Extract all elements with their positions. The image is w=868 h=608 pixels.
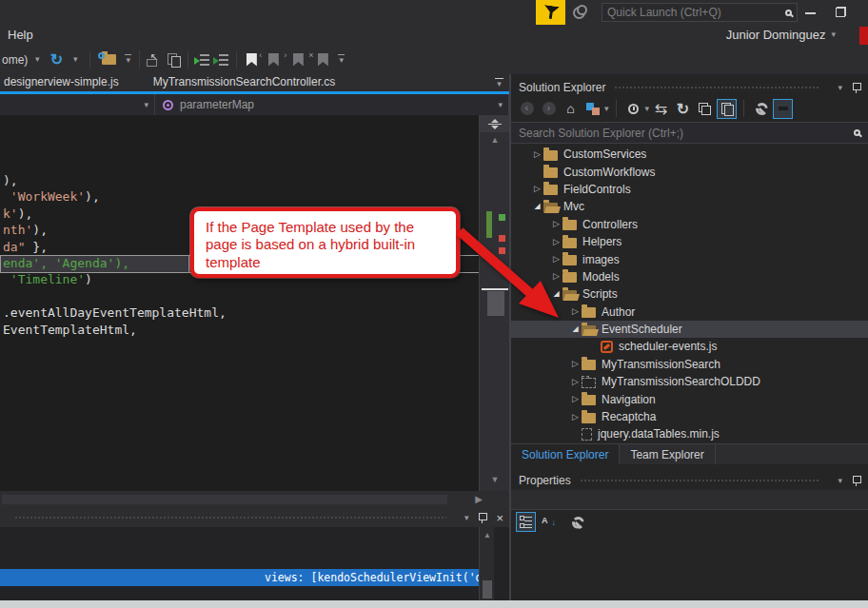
tree-item-images[interactable]: ▷images — [511, 250, 868, 267]
alphabetical-sort-icon[interactable] — [539, 512, 559, 532]
restore-button[interactable] — [836, 7, 846, 17]
tree-item-eventscheduler[interactable]: ◢EventScheduler — [511, 321, 868, 338]
feedback-icon[interactable] — [573, 5, 587, 17]
collapse-arrow-icon[interactable]: ◢ — [569, 325, 582, 333]
member-dropdown[interactable]: parameterMap ▾ — [155, 94, 509, 115]
menu-help[interactable]: Help — [0, 28, 41, 42]
tree-item-scripts[interactable]: ◢Scripts — [511, 285, 868, 303]
type-dropdown[interactable]: ▾ — [0, 94, 155, 115]
bookmark-next-icon[interactable]: › — [288, 49, 307, 71]
expand-arrow-icon[interactable]: ▷ — [531, 150, 543, 159]
tree-item-jquery-datatables-min-js[interactable]: jquery.dataTables.min.js — [511, 425, 868, 442]
tab-solution-explorer[interactable]: Solution Explorer — [511, 444, 620, 464]
window-position-chevron[interactable]: ▾ — [838, 84, 842, 92]
code-line[interactable]: ), — [0, 172, 479, 188]
refresh-icon[interactable]: ↻ — [47, 49, 66, 71]
split-editor-handle[interactable] — [480, 115, 510, 132]
code-line[interactable] — [0, 288, 479, 304]
chevron-down-icon[interactable]: ▾ — [66, 49, 85, 71]
expand-arrow-icon[interactable]: ▷ — [550, 255, 562, 264]
outdent-icon[interactable] — [193, 49, 212, 71]
chevron-down-icon[interactable]: ▾ — [28, 49, 47, 71]
expand-arrow-icon[interactable]: ▷ — [569, 395, 582, 403]
scroll-down-icon[interactable]: ▼ — [480, 475, 510, 484]
solution-search-input[interactable] — [519, 127, 854, 140]
code-line[interactable]: .eventAllDayEventTemplateHtml, — [0, 304, 479, 321]
properties-wrench-icon[interactable] — [751, 99, 771, 119]
result-line-selected[interactable]: ler\scheduler-events.js(97): views: [ken… — [0, 569, 479, 586]
tree-item-mytransmissionsearcholddd[interactable]: ▷MyTransmissionSearchOLDDD — [511, 373, 868, 390]
quick-launch-input[interactable] — [607, 6, 785, 19]
pending-changes-filter-icon[interactable] — [623, 99, 643, 119]
collapse-all-icon[interactable] — [695, 99, 715, 119]
tree-item-recaptcha[interactable]: ▷Recaptcha — [511, 408, 868, 425]
tree-item-models[interactable]: ▷Models — [511, 268, 868, 285]
collapse-arrow-icon[interactable]: ◢ — [550, 290, 562, 298]
browser-select-dropdown[interactable]: ome) — [2, 49, 28, 71]
tab-mytransmissionsearchcontroller[interactable]: MyTransmissionSearchController.cs — [149, 73, 347, 91]
tab-team-explorer[interactable]: Team Explorer — [620, 444, 715, 464]
code-line[interactable]: EventTemplateHtml, — [0, 322, 479, 338]
expand-arrow-icon[interactable]: ▷ — [569, 307, 582, 316]
panel-scrollbar[interactable]: ▲ — [479, 527, 494, 600]
tree-item-controllers[interactable]: ▷Controllers — [511, 216, 868, 233]
forward-icon[interactable]: › — [539, 99, 559, 119]
categorized-icon[interactable] — [516, 512, 536, 532]
tree-item-scheduler-events-js[interactable]: scheduler-events.js — [511, 338, 868, 355]
expand-arrow-icon[interactable]: ▷ — [569, 413, 582, 422]
window-position-chevron[interactable]: ▾ — [838, 477, 842, 485]
user-account[interactable]: Junior Dominguez ▾ — [726, 28, 836, 42]
editor-vertical-scrollbar[interactable]: ▲ ▼ — [479, 115, 509, 491]
preview-selected-items-icon[interactable] — [717, 99, 737, 119]
copy-icon[interactable] — [164, 49, 183, 71]
toolbar-options-chevron[interactable]: ▾ — [125, 54, 131, 65]
tree-item-mytransmissionsearch[interactable]: ▷MyTransmissionSearch — [511, 356, 868, 373]
scrollbar-thumb[interactable] — [2, 495, 447, 504]
tree-item-customservices[interactable]: ▷CustomServices — [511, 146, 868, 163]
scrollbar-thumb[interactable] — [487, 291, 504, 316]
find-in-files-icon[interactable] — [99, 49, 118, 71]
scrollbar-thumb[interactable] — [483, 580, 492, 598]
tab-list-chevron[interactable]: ▾ — [495, 78, 503, 88]
bookmark-toggle-icon[interactable] — [242, 49, 261, 71]
close-icon[interactable]: × — [496, 512, 503, 524]
scroll-right-icon[interactable]: ▶ — [475, 494, 483, 504]
bookmark-clear-icon[interactable]: × — [313, 49, 332, 71]
back-icon[interactable]: ‹ — [517, 99, 537, 119]
expand-arrow-icon[interactable]: ▷ — [550, 272, 562, 281]
expand-arrow-icon[interactable]: ▷ — [531, 185, 543, 193]
pin-icon[interactable] — [852, 475, 860, 487]
code-editor[interactable]: ), 'WorkWeek'),k'),nth'),da" },enda', 'A… — [0, 115, 479, 491]
home-icon[interactable]: ⌂ — [561, 99, 581, 119]
tree-item-mvc[interactable]: ◢Mvc — [511, 198, 868, 215]
minimize-button[interactable] — [805, 12, 816, 14]
tree-item-navigation[interactable]: ▷Navigation — [511, 390, 868, 407]
show-all-files-icon[interactable] — [773, 99, 793, 119]
bookmark-prev-icon[interactable]: ‹ — [264, 49, 283, 71]
switch-views-icon[interactable] — [582, 99, 602, 119]
scroll-up-icon[interactable]: ▲ — [480, 531, 495, 539]
extension-flag-button[interactable] — [536, 0, 565, 25]
solution-explorer-search[interactable] — [511, 122, 868, 144]
tree-item-customworkflows[interactable]: CustomWorkflows — [511, 163, 868, 180]
tab-designerview-simple[interactable]: designerview-simple.js — [0, 73, 130, 91]
pin-icon[interactable] — [852, 82, 860, 94]
tree-item-helpers[interactable]: ▷Helpers — [511, 233, 868, 250]
code-line[interactable]: 'WorkWeek'), — [0, 188, 479, 205]
collapse-arrow-icon[interactable]: ◢ — [531, 203, 543, 210]
refresh-icon[interactable]: ↻ — [673, 99, 693, 119]
expand-arrow-icon[interactable]: ▷ — [569, 378, 582, 386]
pointer-select-icon[interactable] — [145, 49, 164, 71]
scroll-up-icon[interactable]: ▲ — [480, 135, 510, 145]
quick-launch-box[interactable] — [602, 3, 798, 22]
sync-with-active-document-icon[interactable]: ⇆ — [651, 99, 671, 119]
chevron-down-icon[interactable]: ▾ — [645, 105, 650, 113]
editor-horizontal-scrollbar[interactable]: ▶ — [0, 491, 509, 508]
tree-item-author[interactable]: ▷Author — [511, 304, 868, 321]
property-pages-wrench-icon[interactable] — [567, 512, 587, 532]
expand-arrow-icon[interactable]: ▷ — [550, 238, 562, 246]
window-position-chevron[interactable]: ▾ — [464, 514, 469, 522]
chevron-down-icon[interactable]: ▾ — [604, 105, 609, 113]
toolbar-options-chevron[interactable]: ▾ — [338, 54, 345, 65]
expand-arrow-icon[interactable]: ▷ — [550, 220, 562, 228]
